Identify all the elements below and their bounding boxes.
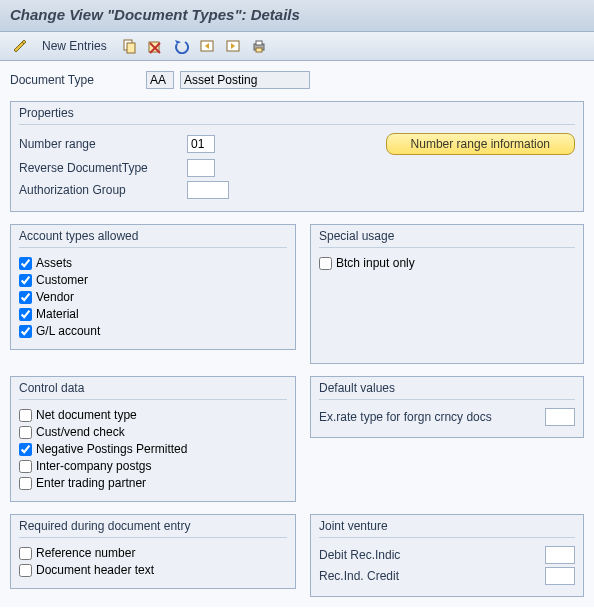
chk-vendor-label: Vendor	[36, 290, 74, 304]
chk-inter-input[interactable]	[19, 460, 32, 473]
toolbar: New Entries	[0, 32, 594, 61]
chk-gl-label: G/L account	[36, 324, 100, 338]
chk-vendor-input[interactable]	[19, 291, 32, 304]
control-data-legend: Control data	[19, 381, 287, 400]
svg-rect-9	[256, 48, 262, 52]
chk-header-label: Document header text	[36, 563, 154, 577]
copy-icon[interactable]	[119, 36, 139, 56]
chk-net-input[interactable]	[19, 409, 32, 422]
special-usage-group: Special usage Btch input only	[310, 224, 584, 364]
chk-neg-label: Negative Postings Permitted	[36, 442, 187, 456]
auth-group-input[interactable]	[187, 181, 229, 199]
number-range-input[interactable]	[187, 135, 215, 153]
chk-batch: Btch input only	[319, 256, 575, 270]
print-icon[interactable]	[249, 36, 269, 56]
chk-batch-label: Btch input only	[336, 256, 415, 270]
chk-header-input[interactable]	[19, 564, 32, 577]
chk-trading-label: Enter trading partner	[36, 476, 146, 490]
chk-assets: Assets	[19, 256, 287, 270]
delete-icon[interactable]	[145, 36, 165, 56]
new-entries-button[interactable]: New Entries	[36, 39, 113, 53]
reverse-doctype-label: Reverse DocumentType	[19, 161, 187, 175]
chk-ref-label: Reference number	[36, 546, 135, 560]
chk-gl: G/L account	[19, 324, 287, 338]
credit-input[interactable]	[545, 567, 575, 585]
next-icon[interactable]	[223, 36, 243, 56]
chk-material-input[interactable]	[19, 308, 32, 321]
properties-legend: Properties	[19, 106, 575, 125]
default-values-group: Default values Ex.rate type for forgn cr…	[310, 376, 584, 438]
number-range-info-button[interactable]: Number range information	[386, 133, 575, 155]
chk-assets-input[interactable]	[19, 257, 32, 270]
chk-custvend-label: Cust/vend check	[36, 425, 125, 439]
joint-venture-legend: Joint venture	[319, 519, 575, 538]
chk-vendor: Vendor	[19, 290, 287, 304]
required-entry-group: Required during document entry Reference…	[10, 514, 296, 589]
required-entry-legend: Required during document entry	[19, 519, 287, 538]
credit-label: Rec.Ind. Credit	[319, 569, 539, 583]
chk-customer-label: Customer	[36, 273, 88, 287]
ex-rate-label: Ex.rate type for forgn crncy docs	[319, 410, 539, 424]
default-values-legend: Default values	[319, 381, 575, 400]
account-types-legend: Account types allowed	[19, 229, 287, 248]
toggle-icon[interactable]	[10, 36, 30, 56]
chk-ref-input[interactable]	[19, 547, 32, 560]
svg-rect-8	[256, 41, 262, 45]
debit-input[interactable]	[545, 546, 575, 564]
auth-group-label: Authorization Group	[19, 183, 187, 197]
chk-net-label: Net document type	[36, 408, 137, 422]
doc-type-label: Document Type	[10, 73, 140, 87]
content-area: Document Type Properties Number range Nu…	[0, 61, 594, 607]
control-data-group: Control data Net document type Cust/vend…	[10, 376, 296, 502]
chk-batch-input[interactable]	[319, 257, 332, 270]
chk-neg-input[interactable]	[19, 443, 32, 456]
svg-rect-1	[127, 43, 135, 53]
account-types-group: Account types allowed Assets Customer Ve…	[10, 224, 296, 350]
chk-customer: Customer	[19, 273, 287, 287]
page-title: Change View "Document Types": Details	[10, 6, 584, 23]
doc-type-desc-input[interactable]	[180, 71, 310, 89]
chk-trading-input[interactable]	[19, 477, 32, 490]
chk-customer-input[interactable]	[19, 274, 32, 287]
title-bar: Change View "Document Types": Details	[0, 0, 594, 32]
chk-material: Material	[19, 307, 287, 321]
number-range-label: Number range	[19, 137, 187, 151]
properties-group: Properties Number range Number range inf…	[10, 101, 584, 212]
doc-type-row: Document Type	[10, 71, 584, 89]
joint-venture-group: Joint venture Debit Rec.Indic Rec.Ind. C…	[310, 514, 584, 597]
chk-gl-input[interactable]	[19, 325, 32, 338]
debit-label: Debit Rec.Indic	[319, 548, 539, 562]
reverse-doctype-input[interactable]	[187, 159, 215, 177]
chk-inter-label: Inter-company postgs	[36, 459, 151, 473]
chk-custvend-input[interactable]	[19, 426, 32, 439]
special-usage-legend: Special usage	[319, 229, 575, 248]
undo-icon[interactable]	[171, 36, 191, 56]
chk-material-label: Material	[36, 307, 79, 321]
ex-rate-input[interactable]	[545, 408, 575, 426]
doc-type-code-input[interactable]	[146, 71, 174, 89]
chk-assets-label: Assets	[36, 256, 72, 270]
prev-icon[interactable]	[197, 36, 217, 56]
